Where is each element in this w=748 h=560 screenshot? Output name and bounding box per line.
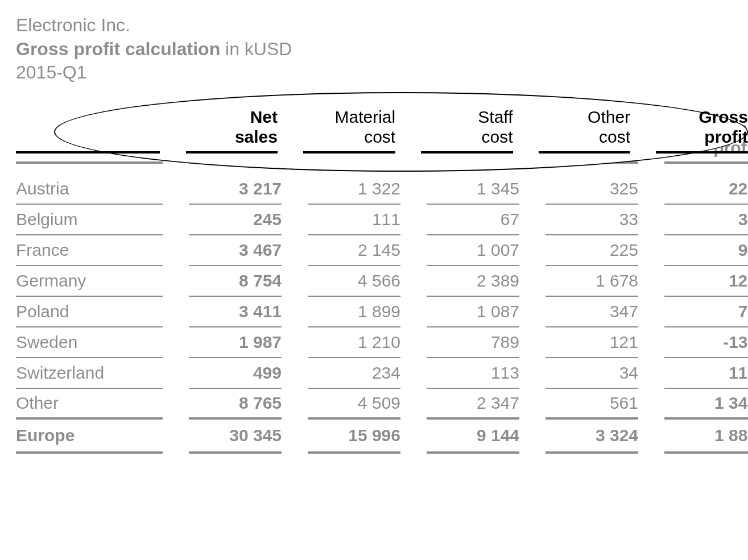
- cell-other-cost: 325: [545, 174, 638, 205]
- row-label: France: [16, 235, 163, 266]
- table-row: Poland 3 411 1 899 1 087 347 78: [16, 297, 748, 327]
- table-row: Austria 3 217 1 322 1 345 325 225: [16, 174, 748, 205]
- report-period: 2015-Q1: [16, 61, 732, 85]
- table-total-row: Europe 30 345 15 996 9 144 3 324 1 881: [16, 420, 748, 454]
- report: Electronic Inc. Gross profit calculation…: [0, 0, 748, 454]
- col-header-other-cost: Othercost: [545, 119, 638, 161]
- row-label: Switzerland: [16, 358, 163, 389]
- col-header-material-cost: Materialcost: [308, 119, 400, 161]
- data-table: Netsales Materialcost Staffcost Othercos…: [16, 119, 748, 454]
- report-title: Gross profit calculation in kUSD: [16, 38, 732, 61]
- total-other-cost: 3 324: [545, 420, 638, 454]
- title-unit: in kUSD: [220, 39, 292, 59]
- row-label: Poland: [16, 297, 163, 327]
- total-staff-cost: 9 144: [427, 420, 519, 454]
- table-row: France 3 467 2 145 1 007 225 90: [16, 235, 748, 266]
- title-block: Electronic Inc. Gross profit calculation…: [16, 14, 732, 85]
- row-label: Other: [16, 389, 163, 420]
- cell-gross-profit: 225: [664, 174, 748, 205]
- table-row: Belgium 245 111 67 33 34: [16, 205, 748, 235]
- row-label: Germany: [16, 266, 163, 297]
- col-header-staff-cost: Staffcost: [427, 119, 519, 161]
- header-row: Netsales Materialcost Staffcost Othercos…: [16, 119, 748, 161]
- total-gross-profit: 1 881: [664, 420, 748, 454]
- table-row: Switzerland 499 234 113 34 118: [16, 358, 748, 389]
- table-row: Sweden 1 987 1 210 789 121 -133: [16, 327, 748, 358]
- cell-material-cost: 1 322: [308, 174, 400, 205]
- table-row: Germany 8 754 4 566 2 389 1 678 121: [16, 266, 748, 297]
- company-name: Electronic Inc.: [16, 14, 732, 38]
- row-label: Sweden: [16, 327, 163, 358]
- total-net-sales: 30 345: [189, 420, 282, 454]
- cell-staff-cost: 1 345: [427, 174, 519, 205]
- total-label: Europe: [16, 420, 163, 454]
- col-header-gross-profit: Grossprofit: [664, 119, 748, 161]
- total-material-cost: 15 996: [308, 420, 400, 454]
- row-label: Belgium: [16, 205, 163, 235]
- cell-net-sales: 3 217: [189, 174, 282, 205]
- table-row: Other 8 765 4 509 2 347 561 1 348: [16, 389, 748, 420]
- title-bold: Gross profit calculation: [16, 39, 220, 59]
- col-header-net-sales: Netsales: [189, 119, 282, 161]
- row-label: Austria: [16, 174, 163, 205]
